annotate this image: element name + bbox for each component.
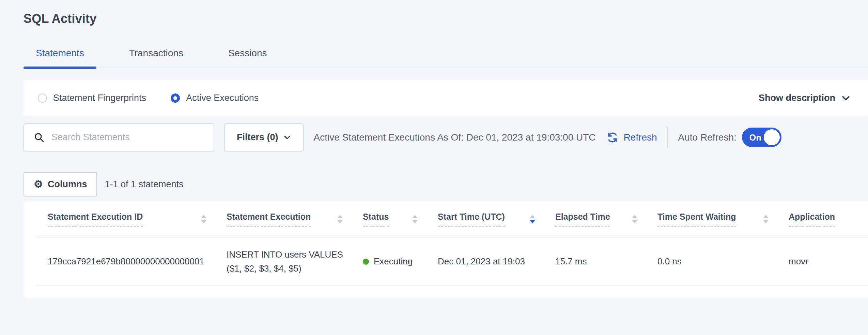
vertical-divider <box>667 127 668 148</box>
cell-statement[interactable]: INSERT INTO users VALUES ($1, $2, $3, $4… <box>215 248 351 275</box>
status-executing-dot-icon <box>363 259 369 265</box>
sort-icon[interactable] <box>412 215 418 223</box>
table-toolbar: ⚙ Columns 1-1 of 1 statements <box>24 172 868 196</box>
show-description-label: Show description <box>759 93 835 103</box>
cell-time-spent-waiting: 0.0 ns <box>646 256 777 267</box>
header-status[interactable]: Status <box>351 212 426 227</box>
statements-table: Statement Execution ID Statement Executi… <box>24 201 868 298</box>
as-of-timestamp: Active Statement Executions As Of: Dec 0… <box>314 132 596 143</box>
header-time-spent-waiting[interactable]: Time Spent Waiting <box>646 212 777 227</box>
chevron-down-icon <box>841 93 851 103</box>
sort-icon[interactable] <box>763 215 769 223</box>
columns-label: Columns <box>48 179 87 190</box>
gear-icon: ⚙ <box>34 179 43 189</box>
refresh-label: Refresh <box>624 132 657 143</box>
sort-icon[interactable] <box>201 215 206 223</box>
table-header-row: Statement Execution ID Statement Executi… <box>36 201 868 237</box>
sort-icon[interactable] <box>337 215 343 223</box>
cell-application: movr <box>777 256 868 267</box>
page-title: SQL Activity <box>24 12 868 26</box>
show-description-toggle[interactable]: Show description <box>759 93 851 103</box>
refresh-icon <box>606 131 619 144</box>
view-mode-radios: Statement Fingerprints Active Executions <box>38 93 283 103</box>
filters-label: Filters (0) <box>237 132 278 143</box>
tab-transactions[interactable]: Transactions <box>117 48 196 68</box>
results-count: 1-1 of 1 statements <box>105 179 183 190</box>
radio-label: Active Executions <box>186 93 259 103</box>
search-box[interactable] <box>24 123 214 151</box>
radio-statement-fingerprints[interactable]: Statement Fingerprints <box>38 93 146 103</box>
header-start-time[interactable]: Start Time (UTC) <box>426 212 543 227</box>
radio-label: Statement Fingerprints <box>53 93 146 103</box>
tab-statements[interactable]: Statements <box>24 48 96 68</box>
auto-refresh-toggle[interactable]: On <box>742 128 781 147</box>
sort-icon-active-desc[interactable] <box>530 215 535 223</box>
header-statement-execution-id[interactable]: Statement Execution ID <box>36 212 215 227</box>
sql-activity-page: SQL Activity Statements Transactions Ses… <box>0 0 868 335</box>
status-label: Executing <box>374 256 413 267</box>
radio-active-executions[interactable]: Active Executions <box>171 93 259 103</box>
toggle-state-label: On <box>749 132 761 142</box>
tab-bar: Statements Transactions Sessions <box>24 43 868 68</box>
cell-start-time: Dec 01, 2023 at 19:03 <box>426 256 543 267</box>
search-input[interactable] <box>51 132 207 143</box>
tab-sessions[interactable]: Sessions <box>216 48 279 68</box>
header-application[interactable]: Application <box>777 212 868 227</box>
radio-unselected-icon[interactable] <box>38 93 47 103</box>
view-mode-card: Statement Fingerprints Active Executions… <box>24 80 868 116</box>
sort-icon[interactable] <box>632 215 637 223</box>
filters-button[interactable]: Filters (0) <box>224 123 304 151</box>
controls-row: Filters (0) Active Statement Executions … <box>24 123 868 151</box>
refresh-button[interactable]: Refresh <box>606 131 657 144</box>
toggle-knob[interactable] <box>764 129 780 145</box>
cell-execution-id[interactable]: 179cca7921e679b80000000000000001 <box>36 256 215 267</box>
chevron-down-icon <box>283 133 291 142</box>
header-statement-execution[interactable]: Statement Execution <box>215 212 351 227</box>
auto-refresh-label: Auto Refresh: <box>678 132 737 143</box>
cell-status: Executing <box>351 256 426 267</box>
search-icon <box>34 132 45 143</box>
header-elapsed-time[interactable]: Elapsed Time <box>543 212 646 227</box>
cell-elapsed-time: 15.7 ms <box>543 256 646 267</box>
table-row: 179cca7921e679b80000000000000001 INSERT … <box>36 237 868 286</box>
radio-selected-icon[interactable] <box>171 93 180 103</box>
columns-button[interactable]: ⚙ Columns <box>24 172 97 196</box>
